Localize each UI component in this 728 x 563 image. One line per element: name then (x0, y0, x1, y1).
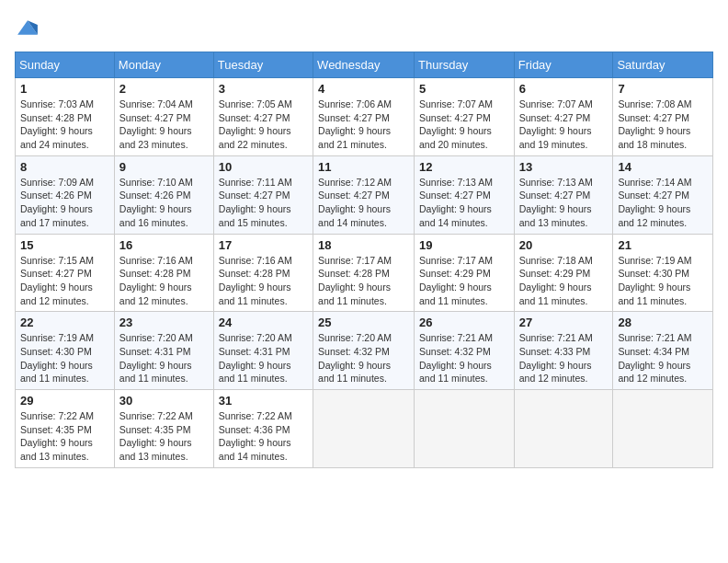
calendar-cell: 4 Sunrise: 7:06 AM Sunset: 4:27 PM Dayli… (313, 78, 415, 156)
calendar-week-2: 8 Sunrise: 7:09 AM Sunset: 4:26 PM Dayli… (16, 155, 713, 234)
day-info: Sunrise: 7:20 AM Sunset: 4:31 PM Dayligh… (119, 331, 209, 385)
day-info: Sunrise: 7:17 AM Sunset: 4:28 PM Dayligh… (318, 254, 409, 308)
day-info: Sunrise: 7:17 AM Sunset: 4:29 PM Dayligh… (419, 254, 509, 308)
day-info: Sunrise: 7:07 AM Sunset: 4:27 PM Dayligh… (519, 98, 609, 152)
day-info: Sunrise: 7:16 AM Sunset: 4:28 PM Dayligh… (219, 254, 308, 308)
day-header-monday: Monday (114, 52, 213, 78)
calendar-cell: 17 Sunrise: 7:16 AM Sunset: 4:28 PM Dayl… (213, 234, 313, 312)
calendar-cell: 6 Sunrise: 7:07 AM Sunset: 4:27 PM Dayli… (514, 78, 613, 156)
page-header (15, 15, 713, 40)
day-info: Sunrise: 7:08 AM Sunset: 4:27 PM Dayligh… (618, 98, 708, 152)
calendar-week-4: 22 Sunrise: 7:19 AM Sunset: 4:30 PM Dayl… (16, 312, 713, 390)
day-number: 7 (618, 82, 708, 96)
day-number: 24 (219, 316, 308, 329)
day-number: 20 (519, 238, 609, 252)
calendar-cell: 21 Sunrise: 7:19 AM Sunset: 4:30 PM Dayl… (613, 234, 713, 312)
day-info: Sunrise: 7:12 AM Sunset: 4:27 PM Dayligh… (318, 176, 409, 230)
logo (15, 15, 44, 40)
calendar-cell: 8 Sunrise: 7:09 AM Sunset: 4:26 PM Dayli… (16, 155, 115, 234)
day-number: 29 (20, 394, 109, 408)
day-number: 17 (219, 238, 308, 252)
day-header-saturday: Saturday (613, 52, 713, 78)
day-info: Sunrise: 7:13 AM Sunset: 4:27 PM Dayligh… (419, 176, 509, 230)
day-header-sunday: Sunday (16, 52, 115, 78)
day-info: Sunrise: 7:22 AM Sunset: 4:35 PM Dayligh… (20, 409, 109, 464)
calendar-week-3: 15 Sunrise: 7:15 AM Sunset: 4:27 PM Dayl… (16, 234, 713, 312)
calendar-cell: 27 Sunrise: 7:21 AM Sunset: 4:33 PM Dayl… (514, 312, 613, 390)
day-info: Sunrise: 7:10 AM Sunset: 4:26 PM Dayligh… (119, 176, 209, 230)
day-number: 9 (119, 160, 209, 174)
calendar-cell: 12 Sunrise: 7:13 AM Sunset: 4:27 PM Dayl… (415, 155, 515, 234)
calendar-cell: 15 Sunrise: 7:15 AM Sunset: 4:27 PM Dayl… (16, 234, 115, 312)
calendar-cell: 9 Sunrise: 7:10 AM Sunset: 4:26 PM Dayli… (114, 155, 213, 234)
day-header-wednesday: Wednesday (313, 52, 415, 78)
day-info: Sunrise: 7:22 AM Sunset: 4:36 PM Dayligh… (219, 409, 308, 464)
day-number: 18 (318, 238, 409, 252)
calendar-cell: 13 Sunrise: 7:13 AM Sunset: 4:27 PM Dayl… (514, 155, 613, 234)
day-number: 14 (618, 160, 708, 174)
calendar-header-row: SundayMondayTuesdayWednesdayThursdayFrid… (16, 52, 713, 78)
calendar-cell: 14 Sunrise: 7:14 AM Sunset: 4:27 PM Dayl… (613, 155, 713, 234)
calendar-cell: 19 Sunrise: 7:17 AM Sunset: 4:29 PM Dayl… (415, 234, 515, 312)
day-number: 26 (419, 316, 509, 329)
calendar-cell: 1 Sunrise: 7:03 AM Sunset: 4:28 PM Dayli… (16, 78, 115, 156)
calendar-cell: 24 Sunrise: 7:20 AM Sunset: 4:31 PM Dayl… (213, 312, 313, 390)
day-info: Sunrise: 7:05 AM Sunset: 4:27 PM Dayligh… (219, 98, 308, 152)
calendar-cell: 25 Sunrise: 7:20 AM Sunset: 4:32 PM Dayl… (313, 312, 415, 390)
calendar-cell (313, 390, 415, 468)
day-info: Sunrise: 7:09 AM Sunset: 4:26 PM Dayligh… (20, 176, 109, 230)
day-number: 4 (318, 82, 409, 96)
calendar-cell: 20 Sunrise: 7:18 AM Sunset: 4:29 PM Dayl… (514, 234, 613, 312)
calendar-cell: 23 Sunrise: 7:20 AM Sunset: 4:31 PM Dayl… (114, 312, 213, 390)
day-info: Sunrise: 7:22 AM Sunset: 4:35 PM Dayligh… (119, 409, 209, 464)
logo-icon (15, 15, 40, 40)
day-header-friday: Friday (514, 52, 613, 78)
day-info: Sunrise: 7:15 AM Sunset: 4:27 PM Dayligh… (20, 254, 109, 308)
calendar-cell: 10 Sunrise: 7:11 AM Sunset: 4:27 PM Dayl… (213, 155, 313, 234)
calendar-cell: 28 Sunrise: 7:21 AM Sunset: 4:34 PM Dayl… (613, 312, 713, 390)
day-number: 30 (119, 394, 209, 408)
day-header-tuesday: Tuesday (213, 52, 313, 78)
day-number: 25 (318, 316, 409, 329)
calendar-cell: 22 Sunrise: 7:19 AM Sunset: 4:30 PM Dayl… (16, 312, 115, 390)
day-header-thursday: Thursday (415, 52, 515, 78)
day-number: 22 (20, 316, 109, 329)
day-info: Sunrise: 7:13 AM Sunset: 4:27 PM Dayligh… (519, 176, 609, 230)
day-info: Sunrise: 7:18 AM Sunset: 4:29 PM Dayligh… (519, 254, 609, 308)
day-number: 16 (119, 238, 209, 252)
calendar-cell: 11 Sunrise: 7:12 AM Sunset: 4:27 PM Dayl… (313, 155, 415, 234)
day-number: 5 (419, 82, 509, 96)
calendar-cell: 16 Sunrise: 7:16 AM Sunset: 4:28 PM Dayl… (114, 234, 213, 312)
day-number: 21 (618, 238, 708, 252)
calendar-body: 1 Sunrise: 7:03 AM Sunset: 4:28 PM Dayli… (16, 78, 713, 468)
day-info: Sunrise: 7:03 AM Sunset: 4:28 PM Dayligh… (20, 98, 109, 152)
calendar-cell: 5 Sunrise: 7:07 AM Sunset: 4:27 PM Dayli… (415, 78, 515, 156)
calendar-cell: 30 Sunrise: 7:22 AM Sunset: 4:35 PM Dayl… (114, 390, 213, 468)
day-number: 15 (20, 238, 109, 252)
day-number: 11 (318, 160, 409, 174)
day-info: Sunrise: 7:20 AM Sunset: 4:32 PM Dayligh… (318, 331, 409, 385)
day-number: 23 (119, 316, 209, 329)
calendar-cell: 2 Sunrise: 7:04 AM Sunset: 4:27 PM Dayli… (114, 78, 213, 156)
day-info: Sunrise: 7:04 AM Sunset: 4:27 PM Dayligh… (119, 98, 209, 152)
day-info: Sunrise: 7:07 AM Sunset: 4:27 PM Dayligh… (419, 98, 509, 152)
day-info: Sunrise: 7:11 AM Sunset: 4:27 PM Dayligh… (219, 176, 308, 230)
day-number: 10 (219, 160, 308, 174)
day-number: 3 (219, 82, 308, 96)
day-number: 1 (20, 82, 109, 96)
calendar-cell: 29 Sunrise: 7:22 AM Sunset: 4:35 PM Dayl… (16, 390, 115, 468)
calendar-cell (415, 390, 515, 468)
calendar-cell (514, 390, 613, 468)
day-info: Sunrise: 7:06 AM Sunset: 4:27 PM Dayligh… (318, 98, 409, 152)
day-info: Sunrise: 7:19 AM Sunset: 4:30 PM Dayligh… (20, 331, 109, 385)
day-number: 2 (119, 82, 209, 96)
day-info: Sunrise: 7:21 AM Sunset: 4:33 PM Dayligh… (519, 331, 609, 385)
calendar-table: SundayMondayTuesdayWednesdayThursdayFrid… (15, 52, 713, 468)
calendar-cell: 3 Sunrise: 7:05 AM Sunset: 4:27 PM Dayli… (213, 78, 313, 156)
day-number: 28 (618, 316, 708, 329)
calendar-cell: 26 Sunrise: 7:21 AM Sunset: 4:32 PM Dayl… (415, 312, 515, 390)
day-number: 6 (519, 82, 609, 96)
day-info: Sunrise: 7:16 AM Sunset: 4:28 PM Dayligh… (119, 254, 209, 308)
day-info: Sunrise: 7:14 AM Sunset: 4:27 PM Dayligh… (618, 176, 708, 230)
day-number: 12 (419, 160, 509, 174)
